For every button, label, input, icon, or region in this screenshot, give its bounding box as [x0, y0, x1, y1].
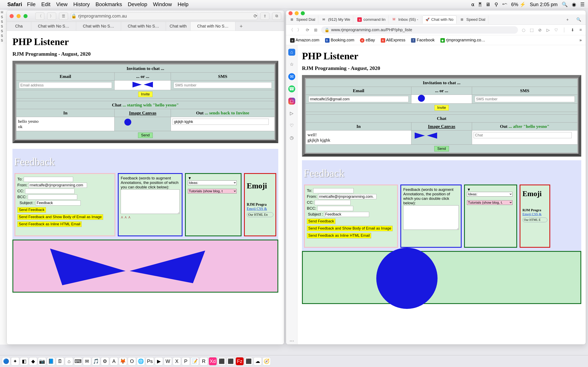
tab[interactable]: Cha: [7, 22, 31, 31]
dock-app-icon[interactable]: Xd: [209, 357, 217, 365]
dock-app-icon[interactable]: ◆: [29, 357, 37, 365]
ideas-select[interactable]: Ideas:: [467, 192, 512, 197]
blocker-icon[interactable]: ⊘: [537, 27, 543, 33]
invite-button[interactable]: Invite: [138, 92, 152, 97]
dock-app-icon[interactable]: 🧭: [263, 357, 271, 365]
history-icon[interactable]: ◷: [288, 134, 295, 141]
email-input[interactable]: [309, 96, 408, 102]
tab-active[interactable]: 🚀Chat with No: [423, 16, 457, 24]
bookmark[interactable]: e eBay: [360, 38, 375, 43]
dock-app-icon[interactable]: 📷: [38, 357, 46, 365]
bookmark[interactable]: ◆ rjmprogramming.co…: [440, 38, 485, 43]
reload-icon[interactable]: ⟳: [254, 13, 257, 19]
dock-app-icon[interactable]: 🗓: [56, 357, 64, 365]
send-button[interactable]: Send: [138, 133, 153, 138]
sidebar-button[interactable]: ☰: [59, 12, 68, 20]
reload-button[interactable]: ⟳: [305, 27, 310, 33]
window-close-button[interactable]: [288, 11, 293, 15]
send-icon[interactable]: ▷: [545, 27, 551, 33]
image-canvas[interactable]: [411, 131, 472, 145]
search-icon[interactable]: ◌: [521, 27, 526, 33]
feedback-textarea[interactable]: [403, 205, 459, 230]
star-icon[interactable]: ☆: [288, 61, 295, 68]
new-tab-button[interactable]: +: [235, 22, 247, 31]
search-tabs-button[interactable]: 🔍: [573, 16, 584, 24]
dock-app-icon[interactable]: 🦊: [119, 357, 127, 365]
tab[interactable]: ⊞Speed Dial: [288, 16, 318, 24]
dock-app-icon[interactable]: ⬛: [227, 357, 235, 365]
from-input[interactable]: [318, 194, 376, 199]
image-canvas[interactable]: [114, 117, 171, 131]
out-input[interactable]: [173, 119, 269, 125]
tab[interactable]: ⊞Speed Dial: [458, 16, 488, 24]
send-icon[interactable]: ▷: [288, 110, 295, 117]
bluetooth-icon[interactable]: ⚲: [494, 2, 498, 7]
menu-help[interactable]: Help: [178, 1, 189, 8]
dock-app-icon[interactable]: ⌂: [65, 357, 73, 365]
app-name[interactable]: Safari: [7, 1, 22, 8]
sms-input[interactable]: [475, 96, 575, 102]
wifi-icon[interactable]: ⬿: [502, 2, 507, 7]
dock-app-icon[interactable]: R: [200, 357, 208, 365]
bookmark[interactable]: A AliExpress: [381, 38, 406, 43]
window-minimize-button[interactable]: [17, 14, 21, 18]
from-input[interactable]: [29, 183, 87, 188]
dock-app-icon[interactable]: P: [182, 357, 190, 365]
menu-history[interactable]: History: [73, 1, 90, 8]
menu-window[interactable]: Window: [153, 1, 172, 8]
bookmarks-more[interactable]: »: [579, 38, 582, 42]
menu-edit[interactable]: Edit: [41, 1, 51, 8]
bcc-input[interactable]: [317, 206, 353, 211]
messenger-icon[interactable]: ✉: [288, 73, 295, 80]
new-tab-button[interactable]: ＋: [563, 16, 572, 24]
sms-input[interactable]: [173, 82, 272, 88]
tab[interactable]: Chat with No S…: [121, 22, 166, 31]
home-icon[interactable]: ⌂: [288, 49, 295, 56]
dock-app-icon[interactable]: ⬛: [245, 357, 253, 365]
tutorials-select[interactable]: Tutorials (show blog, t.: [467, 200, 512, 205]
window-close-button[interactable]: [9, 14, 14, 18]
dock-app-icon[interactable]: 🔵: [2, 357, 10, 365]
window-zoom-button[interactable]: [24, 14, 27, 18]
tab[interactable]: MInbox (55) -: [390, 16, 421, 24]
feedback-textarea[interactable]: [121, 189, 180, 214]
email-input[interactable]: [19, 82, 112, 88]
tab[interactable]: ✉(912) My We: [320, 16, 353, 24]
cc-input[interactable]: [315, 200, 351, 205]
menu-develop[interactable]: Develop: [128, 1, 147, 8]
heart-icon[interactable]: ♡: [288, 122, 295, 129]
dock-app-icon[interactable]: ⬛: [218, 357, 226, 365]
emoji-css-link[interactable]: Emoji CSS &: [247, 207, 273, 211]
dock-app-icon[interactable]: Fz: [236, 357, 244, 365]
send-feedback-button[interactable]: Send Feedback: [17, 207, 46, 213]
tab[interactable]: Chat with No S…: [31, 22, 76, 31]
tab[interactable]: Chat with: [166, 22, 190, 31]
to-input[interactable]: [313, 188, 354, 193]
dock-app-icon[interactable]: ◧: [20, 357, 28, 365]
forward-button[interactable]: 〉: [297, 27, 302, 33]
dock-app-icon[interactable]: 🎵: [92, 357, 100, 365]
window-zoom-button[interactable]: [301, 11, 305, 15]
dock-app-icon[interactable]: 📘: [47, 357, 55, 365]
bookmark[interactable]: f Facebook: [411, 38, 434, 43]
cc-input[interactable]: [25, 189, 75, 194]
dock-app-icon[interactable]: 📝: [191, 357, 199, 365]
whatsapp-icon[interactable]: ☎: [288, 85, 295, 92]
send-feedback-inline-button[interactable]: Send Feedback as Inline HTML Email: [17, 221, 82, 227]
invite-button[interactable]: Invite: [434, 105, 449, 110]
share-button[interactable]: ⇪: [260, 12, 269, 20]
bookmark[interactable]: a Amazon.com: [290, 38, 319, 43]
instagram-icon[interactable]: ◻: [288, 98, 295, 105]
tab[interactable]: Chat with No S…: [76, 22, 121, 31]
dock-app-icon[interactable]: W: [164, 357, 172, 365]
notifications-icon[interactable]: ☰: [580, 2, 585, 7]
send-button[interactable]: Send: [434, 146, 449, 151]
emoji-css-link[interactable]: Emoji CSS &: [522, 212, 547, 216]
snapshot-icon[interactable]: ⬚: [529, 27, 534, 33]
tab[interactable]: acommand lin: [355, 16, 389, 24]
heart-icon[interactable]: ♡: [553, 27, 559, 33]
spotlight-icon[interactable]: 🔍: [562, 2, 568, 7]
siri-icon[interactable]: ◉: [572, 2, 576, 7]
menu-icon[interactable]: ≡: [578, 27, 583, 32]
out-input[interactable]: [474, 132, 572, 138]
